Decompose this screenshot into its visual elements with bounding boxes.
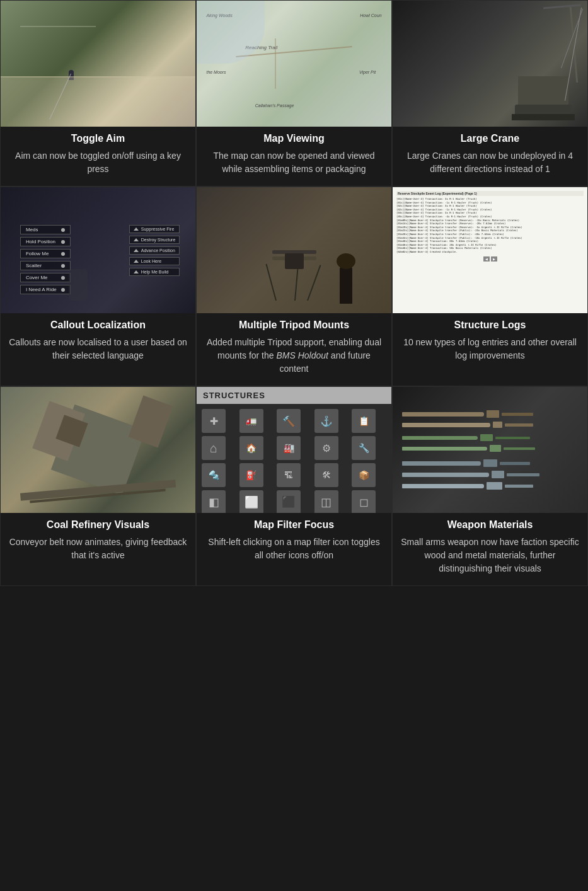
- mapfilter-icon-8[interactable]: 🏭: [277, 436, 301, 460]
- cell-desc-callout-localization: Callouts are now localised to a user bas…: [1, 336, 195, 362]
- cell-desc-map-viewing: The map can now be opened and viewed whi…: [197, 149, 391, 176]
- mapfilter-title: STRUCTURES: [197, 387, 391, 404]
- cell-title-structure-logs: Structure Logs: [448, 319, 533, 331]
- mapfilter-icon-12[interactable]: ⛽: [239, 463, 263, 487]
- cell-callout-localization: Meds Hold Position Follow Me Scatter Cov…: [0, 187, 196, 386]
- image-map-filter: STRUCTURES ✚ 🚛 🔨 ⚓ 📋 ⌂ 🏠 🏭 ⚙ 🔧 🔩: [197, 387, 391, 513]
- mapfilter-icon-20[interactable]: ◻: [352, 490, 376, 513]
- image-toggle-aim: [1, 1, 195, 127]
- cell-large-crane: Large Crane Large Cranes can now be unde…: [392, 0, 588, 187]
- cell-title-map-filter: Map Filter Focus: [248, 519, 340, 531]
- log-next-btn[interactable]: ▶: [491, 256, 497, 262]
- cell-title-large-crane: Large Crane: [454, 133, 526, 144]
- mapfilter-icon-19[interactable]: ◫: [314, 490, 338, 513]
- image-structure-logs: Reserve Stockpile Event Log (Experimenta…: [393, 187, 587, 313]
- mapfilter-icon-13[interactable]: 🏗: [277, 463, 301, 487]
- mapfilter-icon-15[interactable]: 📦: [352, 463, 376, 487]
- mapfilter-icon-18[interactable]: ⬛: [277, 490, 301, 513]
- cell-map-filter: STRUCTURES ✚ 🚛 🔨 ⚓ 📋 ⌂ 🏠 🏭 ⚙ 🔧 🔩: [196, 386, 392, 586]
- cell-coal-refinery: Coal Refinery Visuals Conveyor belt now …: [0, 386, 196, 586]
- mapfilter-icon-11[interactable]: 🔩: [202, 463, 226, 487]
- mapfilter-icon-5[interactable]: 📋: [352, 409, 376, 433]
- cell-title-map-viewing: Map Viewing: [257, 133, 331, 144]
- image-large-crane: [393, 1, 587, 127]
- mapfilter-icon-10[interactable]: 🔧: [352, 436, 376, 460]
- log-prev-btn[interactable]: ◀: [483, 256, 490, 262]
- log-header: Reserve Stockpile Event Log (Experimenta…: [396, 191, 584, 196]
- cell-desc-toggle-aim: Aim can now be toggled on/off using a ke…: [1, 149, 195, 176]
- image-coal-refinery: [1, 387, 195, 513]
- cell-title-weapon-materials: Weapon Materials: [441, 519, 539, 531]
- cell-multiple-tripod: Multiple Tripod Mounts Added multiple Tr…: [196, 187, 392, 386]
- cell-map-viewing: Aking Woods Howl Coun Reaching Trail the…: [196, 0, 392, 187]
- mapfilter-icon-2[interactable]: 🚛: [239, 409, 263, 433]
- feature-grid: Toggle Aim Aim can now be toggled on/off…: [0, 0, 588, 586]
- cell-structure-logs: Reserve Stockpile Event Log (Experimenta…: [392, 187, 588, 386]
- mapfilter-icon-14[interactable]: 🛠: [314, 463, 338, 487]
- cell-desc-large-crane: Large Cranes can now be undeployed in 4 …: [393, 149, 587, 176]
- image-weapon-materials: [393, 387, 587, 513]
- mapfilter-icon-16[interactable]: ◧: [202, 490, 226, 513]
- cell-desc-structure-logs: 10 new types of log entries and other ov…: [393, 336, 587, 362]
- cell-title-coal-refinery: Coal Refinery Visuals: [40, 519, 156, 531]
- mapfilter-icon-3[interactable]: 🔨: [277, 409, 301, 433]
- cell-desc-multiple-tripod: Added multiple Tripod support, enabling …: [197, 336, 391, 376]
- mapfilter-icon-1[interactable]: ✚: [202, 409, 226, 433]
- cell-weapon-materials: Weapon Materials Small arms weapon now h…: [392, 386, 588, 586]
- cell-toggle-aim: Toggle Aim Aim can now be toggled on/off…: [0, 0, 196, 187]
- image-callout-localization: Meds Hold Position Follow Me Scatter Cov…: [1, 187, 195, 313]
- cell-title-callout-localization: Callout Localization: [44, 319, 152, 331]
- image-map-viewing: Aking Woods Howl Coun Reaching Trail the…: [197, 1, 391, 127]
- mapfilter-icon-17[interactable]: ⬜: [239, 490, 263, 513]
- mapfilter-icon-7[interactable]: 🏠: [239, 436, 263, 460]
- cell-desc-map-filter: Shift-left clicking on a map filter icon…: [197, 536, 391, 562]
- mapfilter-icon-6[interactable]: ⌂: [202, 436, 226, 460]
- cell-title-multiple-tripod: Multiple Tripod Mounts: [233, 319, 355, 331]
- cell-desc-weapon-materials: Small arms weapon now have faction speci…: [393, 536, 587, 575]
- mapfilter-icon-4[interactable]: ⚓: [314, 409, 338, 433]
- image-multiple-tripod: [197, 187, 391, 313]
- cell-title-toggle-aim: Toggle Aim: [65, 133, 131, 144]
- cell-desc-coal-refinery: Conveyor belt now animates, giving feedb…: [1, 536, 195, 562]
- mapfilter-icon-9[interactable]: ⚙: [314, 436, 338, 460]
- log-line: [02m02s][Name-User-4] Created stockpile.: [396, 250, 584, 254]
